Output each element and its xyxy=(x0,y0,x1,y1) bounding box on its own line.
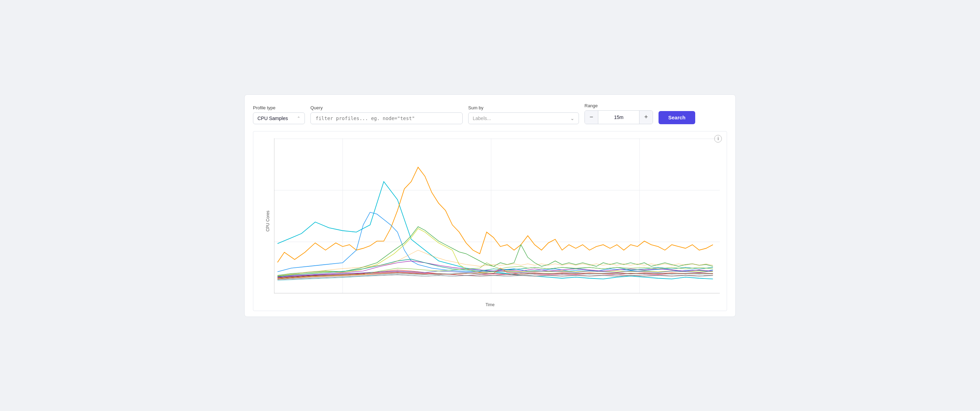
chevron-down-icon: ⌃ xyxy=(297,116,301,121)
chart-area: ℹ CPU Cores Time 0 5 10 15 10:15 10:20 1… xyxy=(253,131,727,311)
profile-type-label: Profile type xyxy=(253,105,305,110)
range-minus-button[interactable]: − xyxy=(585,111,598,124)
profile-type-group: Profile type CPU Samples ⌃ xyxy=(253,105,305,124)
range-group: Range − + xyxy=(584,103,653,124)
y-axis-label: CPU Cores xyxy=(266,210,270,232)
range-value-input[interactable] xyxy=(598,111,640,124)
toolbar: Profile type CPU Samples ⌃ Query Sum by … xyxy=(253,103,727,124)
query-group: Query xyxy=(310,105,463,124)
range-label: Range xyxy=(584,103,653,108)
query-label: Query xyxy=(310,105,463,110)
main-container: Profile type CPU Samples ⌃ Query Sum by … xyxy=(244,94,736,317)
chevron-down-icon: ⌄ xyxy=(570,116,574,121)
time-series-chart: 0 5 10 15 10:15 10:20 10:25 xyxy=(274,138,720,294)
query-input[interactable] xyxy=(310,113,463,124)
sum-by-select[interactable]: Labels... ⌄ xyxy=(468,113,579,124)
sum-by-label: Sum by xyxy=(468,105,579,110)
range-controls: − + xyxy=(584,110,653,124)
search-button[interactable]: Search xyxy=(659,111,695,124)
info-icon[interactable]: ℹ xyxy=(714,135,722,143)
x-axis-label: Time xyxy=(485,302,495,307)
sum-by-group: Sum by Labels... ⌄ xyxy=(468,105,579,124)
profile-type-select[interactable]: CPU Samples ⌃ xyxy=(253,113,305,124)
range-plus-button[interactable]: + xyxy=(640,111,653,124)
profile-type-value: CPU Samples xyxy=(258,116,288,121)
sum-by-placeholder: Labels... xyxy=(473,116,491,121)
